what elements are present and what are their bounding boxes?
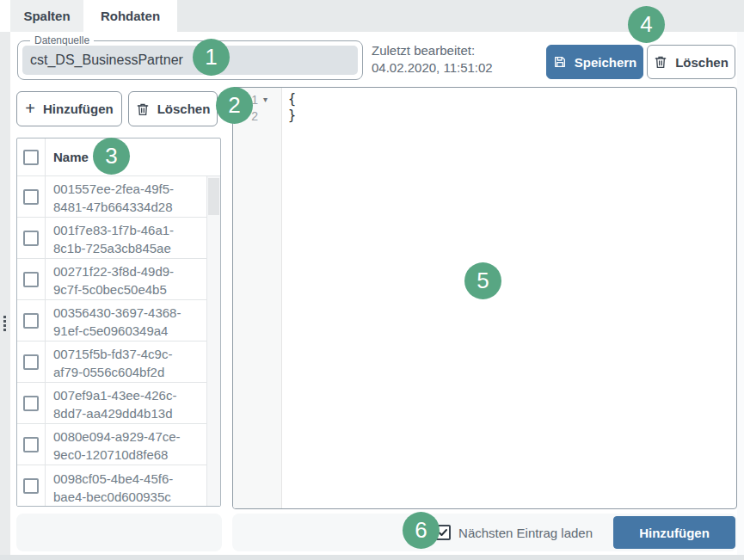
editor-code[interactable]: { }	[282, 88, 736, 508]
annotation-badge-4: 4	[628, 6, 665, 43]
trash-icon	[654, 55, 667, 69]
table-row[interactable]: 00356430-3697-4368-91ef-c5e0960349a4	[17, 300, 220, 342]
tab-rohdaten-label: Rohdaten	[101, 9, 160, 23]
delete-button-label: Löschen	[675, 55, 729, 70]
table-row[interactable]: 007ef9a1-43ee-426c-8dd7-aa429dd4b13d	[17, 383, 220, 424]
row-checkbox-cell	[17, 465, 46, 507]
code-line: {	[288, 91, 736, 108]
row-checkbox-cell	[17, 424, 46, 465]
tab-spalten[interactable]: Spalten	[10, 0, 83, 32]
annotation-badge-6: 6	[403, 512, 440, 549]
annotation-badge-1: 1	[193, 39, 230, 76]
plus-icon: +	[25, 100, 35, 117]
select-all-cell	[17, 138, 46, 175]
row-guid: 001f7e83-1f7b-46a1-8c1b-725a3cb845ae	[46, 218, 185, 258]
save-icon	[553, 55, 567, 69]
row-guid: 007ef9a1-43ee-426c-8dd7-aa429dd4b13d	[46, 383, 185, 423]
add-record-label: Hinzufügen	[639, 526, 710, 540]
datasource-label: Datenquelle	[30, 34, 94, 46]
row-checkbox[interactable]	[23, 478, 39, 494]
datasource-field: Datenquelle cst_DS_BusinessPartner	[17, 40, 363, 80]
fold-arrow-icon[interactable]: ▾	[261, 95, 269, 104]
tab-spalten-label: Spalten	[23, 9, 70, 23]
row-guid: 00715f5b-fd37-4c9c-af79-0556c604bf2d	[46, 342, 185, 382]
tabbar-corner	[0, 0, 10, 32]
add-entry-button[interactable]: + Hinzufügen	[16, 91, 122, 126]
editor-gutter: 1 ▾ 2	[233, 88, 282, 508]
datasource-input[interactable]: cst_DS_BusinessPartner	[22, 46, 358, 75]
table-row[interactable]: 00715f5b-fd37-4c9c-af79-0556c604bf2d	[17, 342, 220, 383]
row-checkbox[interactable]	[23, 189, 39, 205]
table-footer	[16, 514, 222, 551]
row-guid: 00271f22-3f8d-49d9-9c7f-5c0bec50e4b5	[46, 259, 185, 299]
row-checkbox-cell	[17, 176, 46, 217]
line-number: 2	[251, 109, 258, 123]
row-checkbox[interactable]	[23, 396, 39, 411]
annotation-badge-5: 5	[464, 262, 501, 299]
right-margin	[737, 32, 744, 555]
table-row[interactable]: 0080e094-a929-47ce-9ec0-120710d8fe68	[17, 424, 220, 465]
scrollbar-thumb[interactable]	[208, 178, 219, 215]
row-guid: 0098cf05-4be4-45f6-bae4-bec0d600935c	[46, 465, 185, 507]
row-checkbox-cell	[17, 342, 46, 382]
row-guid: 0080e094-a929-47ce-9ec0-120710d8fe68	[46, 424, 185, 465]
row-checkbox[interactable]	[23, 354, 39, 370]
save-button-label: Speichern	[575, 55, 637, 70]
delete-entry-label: Löschen	[157, 102, 211, 116]
last-edited: Zuletzt bearbeitet: 04.02.2020, 11:51:02	[372, 42, 493, 77]
add-record-button[interactable]: Hinzufügen	[613, 516, 735, 549]
select-all-checkbox[interactable]	[23, 150, 39, 165]
add-entry-label: Hinzufügen	[43, 102, 114, 116]
editor-bottom-bar: Nächsten Eintrag laden Hinzufügen	[232, 514, 737, 551]
last-edited-value: 04.02.2020, 11:51:02	[372, 59, 493, 77]
row-checkbox[interactable]	[23, 231, 39, 246]
row-checkbox[interactable]	[23, 272, 39, 287]
table-row[interactable]: 0098cf05-4be4-45f6-bae4-bec0d600935c	[17, 465, 220, 507]
last-edited-label: Zuletzt bearbeitet:	[372, 42, 493, 59]
entries-table: Name 001557ee-2fea-49f5-8481-47b664334d2…	[16, 138, 221, 507]
annotation-badge-2: 2	[216, 87, 253, 124]
trash-icon	[136, 102, 150, 116]
save-button[interactable]: Speichern	[546, 45, 643, 79]
left-resizer[interactable]	[0, 32, 10, 555]
row-guid: 001557ee-2fea-49f5-8481-47b664334d28	[46, 176, 185, 217]
left-drag-handle-icon[interactable]	[3, 316, 6, 331]
load-next-wrap: Nächsten Eintrag laden	[435, 525, 593, 540]
tab-rohdaten[interactable]: Rohdaten	[83, 0, 177, 32]
bottom-margin	[0, 555, 744, 560]
table-row[interactable]: 001f7e83-1f7b-46a1-8c1b-725a3cb845ae	[17, 218, 220, 259]
datasource-value: cst_DS_BusinessPartner	[30, 52, 183, 68]
row-checkbox-cell	[17, 259, 46, 299]
annotation-badge-3: 3	[93, 138, 130, 175]
code-line: }	[288, 108, 736, 124]
table-row[interactable]: 001557ee-2fea-49f5-8481-47b664334d28	[17, 176, 220, 218]
main-content: Datenquelle cst_DS_BusinessPartner Zulet…	[10, 32, 737, 555]
table-body: 001557ee-2fea-49f5-8481-47b664334d28 001…	[17, 176, 220, 507]
row-checkbox-cell	[17, 218, 46, 258]
delete-entry-button[interactable]: Löschen	[128, 91, 218, 126]
name-column-header: Name	[46, 138, 89, 175]
row-checkbox-cell	[17, 383, 46, 423]
delete-datasource-button[interactable]: Löschen	[647, 45, 735, 79]
table-row[interactable]: 00271f22-3f8d-49d9-9c7f-5c0bec50e4b5	[17, 259, 220, 300]
row-checkbox[interactable]	[23, 313, 39, 329]
row-checkbox[interactable]	[23, 437, 39, 452]
table-scrollbar[interactable]	[206, 176, 220, 506]
row-checkbox-cell	[17, 300, 46, 341]
load-next-label: Nächsten Eintrag laden	[458, 526, 593, 540]
row-guid: 00356430-3697-4368-91ef-c5e0960349a4	[46, 300, 185, 341]
